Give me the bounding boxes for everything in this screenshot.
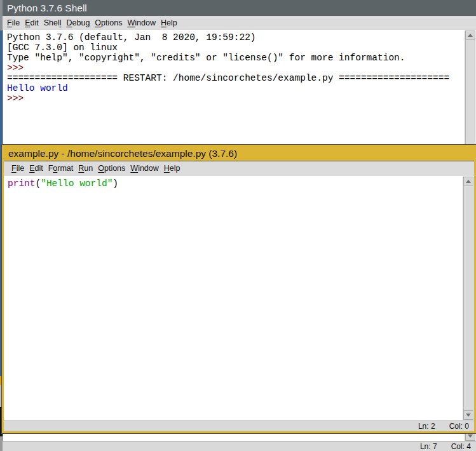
scroll-up-button[interactable]	[465, 30, 475, 40]
editor-code: print("Hello world")	[8, 178, 460, 189]
arrow-down-icon	[466, 414, 471, 417]
shell-output-line-segment-stdout: Hello world	[7, 83, 68, 93]
arrow-up-icon	[466, 180, 471, 183]
shell-output-line-segment-plain: Python 3.7.6 (default, Jan 8 2020, 19:59…	[7, 32, 256, 43]
editor-code-line: print("Hello world")	[8, 178, 460, 189]
editor-menu-format[interactable]: Format	[46, 162, 76, 175]
editor-scrollbar[interactable]	[463, 177, 473, 420]
editor-status-col: Col: 0	[449, 422, 469, 431]
shell-output-line-segment-plain: Type "help", "copyright", "credits" or "…	[7, 53, 405, 63]
shell-output-line-segment-prompt: >>>	[7, 63, 29, 73]
shell-output-line-segment-prompt: >>>	[7, 93, 29, 104]
shell-window-title: Python 3.7.6 Shell	[7, 3, 87, 13]
shell-title-bar[interactable]: Python 3.7.6 Shell	[3, 0, 476, 16]
shell-output-line: Type "help", "copyright", "credits" or "…	[7, 53, 462, 63]
editor-status-line: Ln: 2	[418, 422, 435, 431]
editor-window-title: example.py - /home/sincorchetes/example.…	[8, 148, 237, 159]
shell-output-line: ==================== RESTART: /home/sinc…	[7, 73, 462, 83]
editor-code-line-segment-builtin: print	[8, 178, 36, 189]
shell-output-line: Python 3.7.6 (default, Jan 8 2020, 19:59…	[7, 32, 462, 43]
editor-menu-file[interactable]: File	[9, 162, 27, 175]
shell-output-line: [GCC 7.3.0] on linux	[7, 43, 462, 53]
shell-menu-window[interactable]: Window	[125, 17, 158, 30]
shell-menu-help[interactable]: Help	[158, 17, 180, 30]
shell-menu-shell[interactable]: Shell	[41, 17, 64, 30]
shell-menu-bar: FileEditShellDebugOptionsWindowHelp	[3, 16, 476, 30]
scroll-down-button[interactable]	[463, 410, 473, 420]
shell-output-line: Hello world	[7, 83, 462, 93]
editor-title-bar[interactable]: example.py - /home/sincorchetes/example.…	[4, 147, 474, 161]
editor-window: example.py - /home/sincorchetes/example.…	[2, 145, 476, 433]
shell-output: Python 3.7.6 (default, Jan 8 2020, 19:59…	[7, 32, 462, 104]
editor-text-area[interactable]: print("Hello world")	[4, 176, 474, 421]
scrollbar-thumb[interactable]	[463, 185, 473, 411]
editor-menu-help[interactable]: Help	[161, 162, 183, 175]
shell-output-line-segment-plain: ==================== RESTART: /home/sinc…	[7, 73, 449, 83]
editor-code-line-segment-plain: (	[36, 178, 41, 189]
shell-menu-edit[interactable]: Edit	[22, 17, 41, 30]
shell-output-line: >>>	[7, 63, 462, 73]
shell-status-line: Ln: 7	[420, 442, 437, 451]
editor-status-bar: Ln: 2 Col: 0	[4, 421, 474, 431]
editor-menu-window[interactable]: Window	[128, 162, 161, 175]
editor-code-line-segment-plain: )	[112, 178, 118, 189]
shell-menu-file[interactable]: File	[4, 17, 22, 30]
editor-menu-run[interactable]: Run	[76, 162, 95, 175]
shell-menu-options[interactable]: Options	[92, 17, 125, 30]
shell-menu-debug[interactable]: Debug	[64, 17, 93, 30]
editor-menu-bar: FileEditFormatRunOptionsWindowHelp	[4, 161, 474, 177]
editor-menu-edit[interactable]: Edit	[27, 162, 46, 175]
shell-output-line-segment-plain: [GCC 7.3.0] on linux	[7, 43, 118, 53]
shell-status-bar: Ln: 7 Col: 4	[3, 441, 476, 451]
editor-menu-options[interactable]: Options	[95, 162, 128, 175]
editor-code-line-segment-string: "Hello world"	[41, 178, 112, 189]
shell-status-col: Col: 4	[451, 442, 471, 451]
scroll-up-button[interactable]	[463, 177, 473, 186]
shell-output-line: >>>	[7, 93, 462, 104]
arrow-up-icon	[468, 34, 473, 37]
arrow-down-icon	[468, 434, 473, 438]
